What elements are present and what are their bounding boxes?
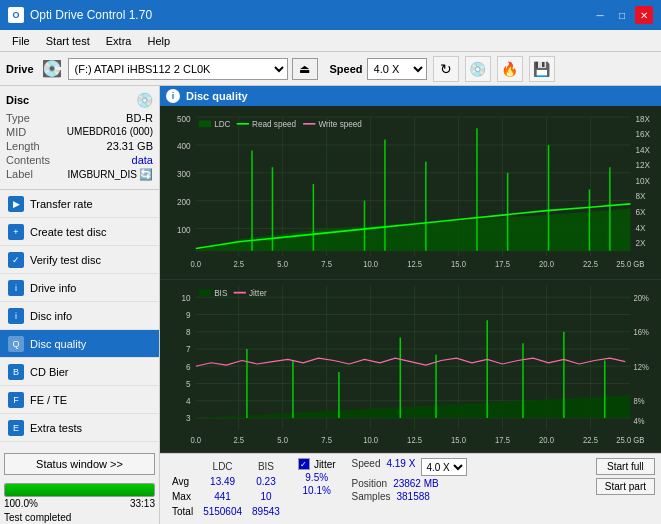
svg-text:2X: 2X: [635, 238, 645, 248]
disc-icon: 💿: [136, 92, 153, 108]
speed-stats: Speed 4.19 X 4.0 X Position 23862 MB Sam…: [352, 458, 468, 502]
svg-text:6X: 6X: [635, 207, 645, 217]
status-window-button[interactable]: Status window >>: [4, 453, 155, 475]
svg-text:5.0: 5.0: [277, 260, 288, 269]
svg-text:10.0: 10.0: [363, 435, 378, 445]
svg-text:300: 300: [177, 169, 191, 179]
close-button[interactable]: ✕: [635, 6, 653, 24]
sidebar-label-create-test-disc: Create test disc: [30, 226, 106, 238]
transfer-rate-icon: ▶: [8, 196, 24, 212]
fe-te-icon: F: [8, 392, 24, 408]
svg-text:Read speed: Read speed: [252, 119, 296, 129]
chart1-svg: 500 400 300 200 100 18X 16X 14X 12X 10X …: [160, 106, 661, 279]
jitter-max: 10.1%: [298, 485, 336, 496]
svg-text:22.5: 22.5: [583, 435, 598, 445]
svg-text:0.0: 0.0: [190, 260, 201, 269]
disc-quality-header: i Disc quality: [160, 86, 661, 106]
sidebar-label-verify-test-disc: Verify test disc: [30, 254, 101, 266]
app-icon: O: [8, 7, 24, 23]
position-row: Position 23862 MB: [352, 478, 468, 489]
status-text: Test completed: [0, 511, 159, 524]
total-ldc: 5150604: [199, 505, 246, 518]
svg-text:400: 400: [177, 141, 191, 151]
sidebar-label-extra-tests: Extra tests: [30, 422, 82, 434]
refresh-button[interactable]: ↻: [433, 56, 459, 82]
svg-text:4X: 4X: [635, 222, 645, 232]
minimize-button[interactable]: ─: [591, 6, 609, 24]
svg-text:17.5: 17.5: [495, 260, 510, 269]
speed-row: Speed 4.19 X 4.0 X: [352, 458, 468, 476]
svg-text:16X: 16X: [635, 129, 650, 139]
svg-text:18X: 18X: [635, 113, 650, 123]
start-part-button[interactable]: Start part: [596, 478, 655, 495]
svg-text:LDC: LDC: [214, 119, 230, 129]
menu-start-test[interactable]: Start test: [38, 33, 98, 49]
disc-label-label: Label: [6, 168, 33, 181]
speed-label: Speed: [330, 63, 363, 75]
svg-text:Write speed: Write speed: [318, 119, 362, 129]
sidebar-item-verify-test-disc[interactable]: ✓ Verify test disc: [0, 246, 159, 274]
disc-button[interactable]: 💿: [465, 56, 491, 82]
avg-ldc: 13.49: [199, 475, 246, 488]
svg-text:8X: 8X: [635, 191, 645, 201]
menu-file[interactable]: File: [4, 33, 38, 49]
start-buttons: Start full Start part: [596, 458, 655, 495]
svg-text:2.5: 2.5: [233, 260, 244, 269]
drive-select[interactable]: (F:) ATAPI iHBS112 2 CL0K: [68, 58, 288, 80]
svg-text:4%: 4%: [633, 416, 644, 426]
sidebar-item-cd-bier[interactable]: B CD Bier: [0, 358, 159, 386]
svg-text:12%: 12%: [633, 362, 648, 372]
sidebar-label-cd-bier: CD Bier: [30, 366, 69, 378]
svg-text:22.5: 22.5: [583, 260, 598, 269]
eject-button[interactable]: ⏏: [292, 58, 318, 80]
svg-text:9: 9: [186, 309, 191, 320]
svg-text:12.5: 12.5: [407, 260, 422, 269]
svg-text:100: 100: [177, 225, 191, 235]
jitter-label: Jitter: [314, 459, 336, 470]
burn-button[interactable]: 🔥: [497, 56, 523, 82]
elapsed-time: 33:13: [130, 498, 155, 509]
progress-bar-fill: [5, 484, 154, 496]
svg-text:5.0: 5.0: [277, 435, 288, 445]
svg-text:2.5: 2.5: [233, 435, 244, 445]
svg-rect-111: [199, 289, 211, 296]
disc-title: Disc: [6, 94, 29, 106]
menu-extra[interactable]: Extra: [98, 33, 140, 49]
disc-quality-header-icon: i: [166, 89, 180, 103]
start-full-button[interactable]: Start full: [596, 458, 655, 475]
menu-help[interactable]: Help: [139, 33, 178, 49]
sidebar-item-extra-tests[interactable]: E Extra tests: [0, 414, 159, 442]
sidebar-item-drive-info[interactable]: i Drive info: [0, 274, 159, 302]
verify-test-disc-icon: ✓: [8, 252, 24, 268]
speed-stat-value: 4.19 X: [386, 458, 415, 476]
svg-text:7.5: 7.5: [321, 260, 332, 269]
svg-text:15.0: 15.0: [451, 435, 466, 445]
svg-text:15.0: 15.0: [451, 260, 466, 269]
chart2-section: 10 9 8 7 6 5 4 3 20% 16% 12% 8% 4% 0.0: [160, 280, 661, 454]
sidebar-item-disc-info[interactable]: i Disc info: [0, 302, 159, 330]
svg-text:4: 4: [186, 395, 191, 406]
stats-footer: LDC BIS Avg 13.49 0.23 Max 441 10 Total …: [160, 453, 661, 524]
disc-info-icon: i: [8, 308, 24, 324]
svg-text:10: 10: [182, 292, 191, 303]
sidebar-item-fe-te[interactable]: F FE / TE: [0, 386, 159, 414]
max-ldc: 441: [199, 490, 246, 503]
sidebar-item-create-test-disc[interactable]: + Create test disc: [0, 218, 159, 246]
svg-text:6: 6: [186, 361, 191, 372]
jitter-checkbox[interactable]: ✓: [298, 458, 310, 470]
drive-info-icon: i: [8, 280, 24, 296]
svg-text:500: 500: [177, 113, 191, 123]
speed-stat-select[interactable]: 4.0 X: [421, 458, 467, 476]
jitter-avg: 9.5%: [298, 472, 336, 483]
samples-value: 381588: [396, 491, 429, 502]
maximize-button[interactable]: □: [613, 6, 631, 24]
sidebar-label-drive-info: Drive info: [30, 282, 76, 294]
jitter-column: ✓ Jitter 9.5% 10.1%: [298, 458, 336, 496]
sidebar-item-transfer-rate[interactable]: ▶ Transfer rate: [0, 190, 159, 218]
speed-select[interactable]: 4.0 X: [367, 58, 427, 80]
sidebar-item-disc-quality[interactable]: Q Disc quality: [0, 330, 159, 358]
svg-text:3: 3: [186, 412, 191, 423]
save-button[interactable]: 💾: [529, 56, 555, 82]
title-bar-controls: ─ □ ✕: [591, 6, 653, 24]
length-value: 23.31 GB: [107, 140, 153, 152]
